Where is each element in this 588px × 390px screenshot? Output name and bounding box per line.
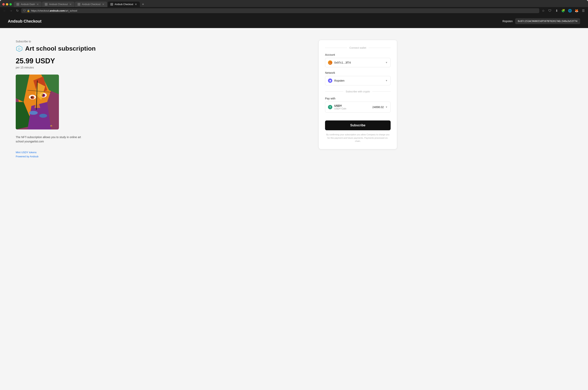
right-panel: Connect wallet Account 🦊 0x97c1...3f74 ▼… — [128, 28, 588, 390]
tab-label-2: Andsub Checkout — [49, 3, 68, 6]
pay-currency: USDY — [334, 104, 346, 107]
pay-with-left: T USDY USDY Coin — [328, 104, 346, 110]
art-image: ✍ — [16, 75, 59, 130]
pay-coin: USDY Coin — [334, 107, 346, 110]
tabs-container: Andsub Dash ✕ Andsub Checkout ✕ Andsub C… — [14, 1, 587, 7]
shield-icon: 🛡 — [23, 9, 26, 12]
tab-label-1: Andsub Dash — [21, 3, 35, 6]
subscription-name: Art school subscription — [25, 45, 96, 52]
browser-chrome: Andsub Dash ✕ Andsub Checkout ✕ Andsub C… — [0, 0, 588, 14]
menu-icon[interactable]: ☰ — [581, 8, 586, 13]
pay-with-label: Pay with — [325, 97, 391, 100]
tab-2[interactable]: Andsub Checkout ✕ — [42, 1, 74, 7]
lock-icon: 🔒 — [27, 9, 30, 12]
network-label: Ropsten — [502, 20, 513, 23]
account-dropdown-arrow: ▼ — [385, 61, 388, 64]
forward-button[interactable]: → — [9, 8, 13, 13]
subscribe-button[interactable]: Subscribe — [325, 120, 391, 130]
header-right: Ropsten 0x97c151AC960033dF597B782017AEc3… — [502, 18, 580, 24]
mint-usdy-link[interactable]: Mint USDY tokens — [16, 151, 112, 154]
account-dropdown-left: 🦊 0x97c1...3f74 — [328, 60, 351, 65]
footer-links: Mint USDY tokens Powered by Andsub — [16, 151, 112, 158]
svg-text:⬡: ⬡ — [18, 47, 20, 50]
account-dropdown[interactable]: 🦊 0x97c1...3f74 ▼ — [325, 58, 391, 67]
powered-by-link[interactable]: Powered by Andsub — [16, 155, 112, 158]
confirm-text: By confirming your subscription you allo… — [325, 133, 391, 143]
shield-toolbar-icon[interactable]: 🛡 — [547, 8, 552, 13]
pay-with-info: USDY USDY Coin — [334, 104, 346, 110]
account-avatar: 🦊 — [328, 60, 332, 65]
pay-with-dropdown[interactable]: T USDY USDY Coin 24898.02 ▼ — [325, 102, 391, 113]
svg-point-16 — [29, 111, 38, 115]
subscribe-to-label: Subscribe to — [16, 40, 112, 43]
subscribe-crypto-label: Subscribe with crypto — [346, 90, 370, 93]
bookmark-icon[interactable]: ☆ — [541, 8, 546, 13]
pay-with-dropdown-arrow: ▼ — [385, 106, 388, 108]
wallet-address-display[interactable]: 0x97c151AC960033dF597B782017AEc340a3e53f… — [515, 18, 580, 24]
app-logo: Andsub Checkout — [8, 19, 41, 24]
address-bar-input[interactable]: 🛡 🔒 https://checkout.andsub.com/art_scho… — [21, 8, 539, 13]
pay-balance: 24898.02 — [372, 105, 384, 109]
tab-favicon-3 — [78, 3, 80, 6]
usdy-icon: T — [328, 105, 332, 109]
extension-icon-2[interactable]: 🌐 — [568, 8, 572, 13]
url-display: https://checkout.andsub.com/art_school — [31, 9, 77, 12]
svg-point-17 — [39, 114, 47, 118]
app-header: Andsub Checkout Ropsten 0x97c151AC960033… — [0, 14, 588, 28]
pay-with-right: 24898.02 ▼ — [372, 105, 388, 109]
network-value: Ropsten — [334, 79, 345, 82]
hex-icon: ⬡ — [16, 45, 23, 52]
tab-4-active[interactable]: Andsub Checkout ✕ — [108, 1, 140, 7]
network-dot-icon: ◆ — [328, 78, 332, 83]
tab-favicon-1 — [16, 3, 19, 6]
tab-favicon-2 — [45, 3, 48, 6]
account-label: Account — [325, 53, 391, 56]
maximize-button[interactable] — [9, 3, 12, 5]
price-period: per 15 minutes — [16, 66, 112, 69]
reload-button[interactable]: ↻ — [15, 8, 20, 13]
network-dropdown[interactable]: ◆ Ropsten ▼ — [325, 76, 391, 85]
traffic-lights — [1, 2, 13, 7]
tab-1[interactable]: Andsub Dash ✕ — [14, 1, 42, 7]
extension-icon-1[interactable]: 🧩 — [561, 8, 566, 13]
connect-wallet-divider: Connect wallet — [325, 46, 391, 49]
tab-label-3: Andsub Checkout — [82, 3, 101, 6]
network-dropdown-arrow: ▼ — [385, 79, 388, 82]
price-display: 25.99 USDY — [16, 57, 112, 65]
connect-wallet-label: Connect wallet — [349, 46, 366, 49]
minimize-button[interactable] — [6, 3, 8, 5]
subscribe-crypto-divider: Subscribe with crypto — [325, 90, 391, 93]
close-button[interactable] — [2, 3, 5, 5]
extension-icon-3[interactable]: 🦊 — [574, 8, 579, 13]
tab-label-4: Andsub Checkout — [115, 3, 133, 6]
svg-point-11 — [31, 97, 33, 98]
tab-close-2[interactable]: ✕ — [69, 3, 72, 6]
toolbar-icons: ☆ 🛡 ⬇ 🧩 🌐 🦊 ☰ — [541, 8, 586, 13]
download-icon[interactable]: ⬇ — [554, 8, 559, 13]
network-dropdown-left: ◆ Ropsten — [328, 78, 345, 83]
tab-3[interactable]: Andsub Checkout ✕ — [75, 1, 107, 7]
account-value: 0x97c1...3f74 — [334, 61, 351, 64]
tab-bar: Andsub Dash ✕ Andsub Checkout ✕ Andsub C… — [0, 0, 588, 7]
description-text: The NFT-subscription allows you to study… — [16, 135, 82, 144]
subscription-title: ⬡ Art school subscription — [16, 45, 112, 52]
tab-close-3[interactable]: ✕ — [102, 3, 105, 6]
left-panel: Subscribe to ⬡ Art school subscription 2… — [0, 28, 128, 390]
tab-close-4[interactable]: ✕ — [135, 3, 137, 6]
tab-close-1[interactable]: ✕ — [37, 3, 39, 6]
address-bar: ← → ↻ 🛡 🔒 https://checkout.andsub.com/ar… — [0, 7, 588, 14]
tab-favicon-4 — [110, 3, 113, 6]
checkout-card: Connect wallet Account 🦊 0x97c1...3f74 ▼… — [319, 40, 397, 149]
back-button[interactable]: ← — [2, 8, 7, 13]
main-content: Subscribe to ⬡ Art school subscription 2… — [0, 28, 588, 390]
network-label: Network — [325, 71, 391, 74]
new-tab-button[interactable]: + — [140, 1, 146, 7]
